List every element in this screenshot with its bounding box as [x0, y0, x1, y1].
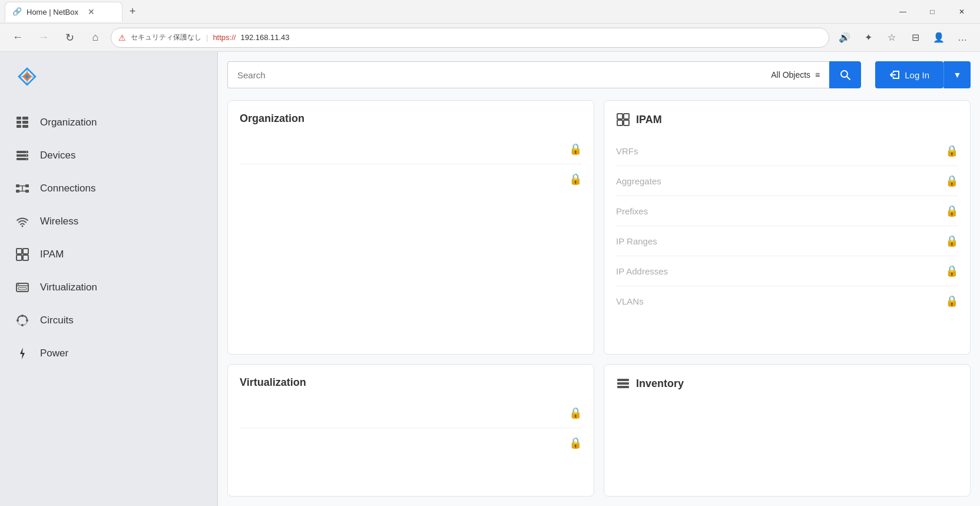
collections-button[interactable]: ⊟: [905, 27, 926, 48]
svg-rect-25: [18, 287, 27, 290]
vlans-label: VLANs: [616, 296, 644, 306]
ipam-prefixes-item[interactable]: Prefixes 🔒: [616, 196, 958, 226]
tab-title: Home | NetBox: [27, 8, 78, 16]
ipam-card-icon: [616, 113, 630, 127]
inventory-card: Inventory: [604, 364, 971, 497]
search-area: All Objects ≡ Log In ▼: [227, 61, 971, 88]
svg-rect-21: [16, 255, 22, 260]
svg-rect-15: [25, 184, 29, 187]
ipam-ipaddresses-item[interactable]: IP Addresses 🔒: [616, 256, 958, 286]
cards-grid: Organization 🔒 🔒 IPAM: [227, 100, 971, 497]
login-button[interactable]: Log In: [875, 61, 943, 88]
search-button[interactable]: [829, 61, 861, 88]
ip-addresses-label: IP Addresses: [616, 266, 668, 276]
circuits-label: Circuits: [40, 315, 74, 326]
main-content: All Objects ≡ Log In ▼: [218, 52, 980, 506]
virtualization-label: Virtualization: [40, 282, 97, 293]
read-aloud-button[interactable]: 🔊: [834, 27, 855, 48]
sidebar: Organization Devices Connections: [0, 52, 218, 506]
organization-card-title: Organization: [240, 113, 582, 125]
svg-rect-2: [16, 117, 21, 120]
devices-label: Devices: [40, 150, 75, 161]
sidebar-item-power[interactable]: Power: [0, 337, 217, 370]
organization-card: Organization 🔒 🔒: [227, 100, 594, 355]
virtualization-card-title: Virtualization: [240, 376, 582, 389]
ipam-aggregates-item[interactable]: Aggregates 🔒: [616, 166, 958, 196]
sidebar-item-wireless[interactable]: Wireless: [0, 205, 217, 238]
svg-rect-16: [16, 190, 19, 193]
svg-point-12: [26, 155, 27, 156]
profile-button[interactable]: 👤: [928, 27, 949, 48]
svg-point-27: [21, 324, 24, 326]
ipam-ipranges-item[interactable]: IP Ranges 🔒: [616, 226, 958, 256]
organization-icon: [14, 114, 31, 131]
maximize-button[interactable]: □: [919, 2, 946, 21]
svg-rect-4: [16, 125, 21, 128]
url-host: 192.168.11.43: [240, 33, 289, 42]
prefixes-label: Prefixes: [616, 206, 648, 216]
vrfs-lock-icon: 🔒: [945, 144, 958, 157]
login-dropdown-button[interactable]: ▼: [943, 61, 971, 88]
virt-item-1-lock-icon: 🔒: [569, 406, 582, 419]
netbox-logo-icon: [14, 64, 40, 90]
ipam-vlans-item[interactable]: VLANs 🔒: [616, 286, 958, 316]
sidebar-item-devices[interactable]: Devices: [0, 139, 217, 172]
wireless-label: Wireless: [40, 216, 78, 227]
search-filter-dropdown[interactable]: All Objects ≡: [762, 61, 829, 88]
svg-rect-7: [22, 125, 28, 128]
address-bar[interactable]: ⚠ セキュリティ保護なし | https://192.168.11.43: [111, 28, 829, 48]
home-button[interactable]: ⌂: [85, 27, 106, 48]
search-input[interactable]: [227, 61, 762, 88]
new-tab-button[interactable]: +: [122, 2, 143, 22]
connections-label: Connections: [40, 183, 96, 194]
minimize-button[interactable]: —: [889, 2, 916, 21]
wireless-icon: [14, 213, 31, 230]
inventory-card-title: Inventory: [616, 376, 958, 391]
login-icon: [889, 70, 900, 80]
svg-rect-5: [22, 117, 28, 120]
aggregates-lock-icon: 🔒: [945, 174, 958, 187]
svg-rect-36: [617, 382, 629, 385]
virtualization-item-2[interactable]: 🔒: [240, 428, 582, 458]
virtualization-card: Virtualization 🔒 🔒: [227, 364, 594, 497]
sidebar-item-connections[interactable]: Connections: [0, 172, 217, 205]
sidebar-item-circuits[interactable]: Circuits: [0, 304, 217, 337]
aggregates-label: Aggregates: [616, 176, 661, 186]
svg-point-26: [21, 315, 24, 317]
nav-bar: ← → ↻ ⌂ ⚠ セキュリティ保護なし | https://192.168.1…: [0, 24, 980, 52]
close-button[interactable]: ✕: [948, 2, 975, 21]
app-layout: Organization Devices Connections: [0, 52, 980, 506]
browser-tools: 🔊 ✦ ☆ ⊟ 👤 …: [834, 27, 973, 48]
more-button[interactable]: …: [952, 27, 973, 48]
power-icon: [14, 345, 31, 362]
security-warning-icon: ⚠: [118, 33, 126, 42]
svg-point-13: [26, 158, 27, 160]
tab-close-button[interactable]: ✕: [88, 7, 95, 16]
dropdown-icon: ▼: [953, 70, 962, 80]
favorites-button[interactable]: ☆: [881, 27, 902, 48]
svg-point-18: [22, 226, 24, 227]
org-item-1-lock-icon: 🔒: [569, 143, 582, 156]
search-icon: [839, 69, 851, 81]
svg-rect-20: [23, 249, 28, 254]
filter-icon: ≡: [815, 70, 820, 80]
svg-rect-34: [624, 120, 629, 125]
forward-button[interactable]: →: [33, 27, 54, 48]
organization-item-2[interactable]: 🔒: [240, 164, 582, 194]
sidebar-item-virtualization[interactable]: Virtualization: [0, 271, 217, 304]
svg-rect-22: [23, 255, 28, 260]
organization-item-1[interactable]: 🔒: [240, 134, 582, 164]
reload-button[interactable]: ↻: [59, 27, 80, 48]
sidebar-item-ipam[interactable]: IPAM: [0, 238, 217, 271]
inventory-card-icon: [616, 376, 630, 391]
ipam-vrfs-item[interactable]: VRFs 🔒: [616, 136, 958, 166]
sidebar-item-organization[interactable]: Organization: [0, 106, 217, 139]
ip-addresses-lock-icon: 🔒: [945, 264, 958, 277]
back-button[interactable]: ←: [7, 27, 28, 48]
prefixes-lock-icon: 🔒: [945, 204, 958, 217]
add-favorite-button[interactable]: ✦: [858, 27, 879, 48]
sidebar-logo[interactable]: [0, 52, 217, 101]
org-item-2-lock-icon: 🔒: [569, 173, 582, 186]
virtualization-item-1[interactable]: 🔒: [240, 398, 582, 428]
active-tab[interactable]: 🔗 Home | NetBox ✕: [5, 2, 122, 22]
